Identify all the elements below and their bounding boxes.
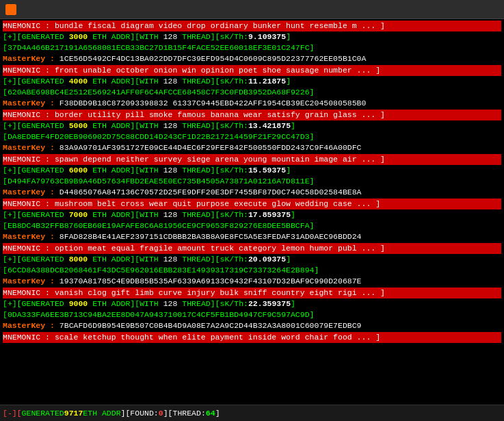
mnemonic-line-1: MNEMONIC : front unable october onion wi…: [3, 65, 501, 76]
status-suffix: ]: [215, 409, 220, 418]
mnemonic-line-7: MNEMONIC : scale ketchup thought when el…: [3, 332, 501, 343]
block-4: MNEMONIC : mushroom belt cross wear quit…: [3, 199, 501, 242]
addr-line-0: [37D4A466B217191A6568081ECB33BC27D1B15F4…: [3, 42, 501, 53]
generated-line-3: [+][GENERATED 6000 ETH ADDR][WITH 128 TH…: [3, 165, 501, 176]
status-bar: [-][ GENERATED 9717 ETH ADDR ][FOUND:0][…: [0, 405, 504, 421]
masterkey-line-4: MasterKey : 8FAD828B4E41AEF2397151CDBBB2…: [3, 231, 501, 242]
masterkey-line-6: MasterKey : 7BCAFD6D9B954E9B507C0B4B4D9A…: [3, 320, 501, 331]
status-scan-number: 9717: [64, 409, 83, 418]
mnemonic-line-0: MNEMONIC : bundle fiscal diagram video d…: [3, 21, 501, 31]
addr-line-3: [D494FA79763CB9B9A46D57634FBD2EAE5E0EC73…: [3, 176, 501, 187]
generated-line-4: [+][GENERATED 7000 ETH ADDR][WITH 128 TH…: [3, 209, 501, 220]
app-icon: [5, 4, 16, 15]
masterkey-line-5: MasterKey : 19370A81785C4E9DB85B535AF633…: [3, 276, 501, 287]
masterkey-line-1: MasterKey : F38DBD9B18C872093398832 6133…: [3, 98, 501, 109]
generated-line-5: [+][GENERATED 8000 ETH ADDR][WITH 128 TH…: [3, 254, 501, 265]
block-0: MNEMONIC : bundle fiscal diagram video d…: [3, 21, 501, 64]
generated-line-2: [+][GENERATED 5000 ETH ADDR][WITH 128 TH…: [3, 120, 501, 131]
addr-line-6: [0DA333FA6EE3B713C94BA2EE8D047A943710017…: [3, 309, 501, 320]
status-eth-label: ETH ADDR: [83, 409, 120, 418]
status-found-value: 0: [159, 409, 163, 418]
status-found-label: ][FOUND:: [121, 409, 159, 418]
masterkey-line-3: MasterKey : D44865076A847136C70572D25FE9…: [3, 187, 501, 198]
addr-line-1: [620ABE698BC4E2512E569241AFF0F6C4AFCCE68…: [3, 87, 501, 98]
mnemonic-line-4: MNEMONIC : mushroom belt cross wear quit…: [3, 199, 501, 209]
addr-line-2: [DA8EDBEF4FD20EB906902D75C88CDD14D243CF1…: [3, 131, 501, 142]
addr-line-4: [EB8DC4B32FFB8760EB60E19AFAFE8C6A81956CE…: [3, 220, 501, 231]
mnemonic-line-2: MNEMONIC : border utility pill smoke fam…: [3, 110, 501, 120]
block-5: MNEMONIC : option meat equal fragile amo…: [3, 243, 501, 287]
generated-line-0: [+][GENERATED 3000 ETH ADDR][WITH 128 TH…: [3, 31, 501, 42]
status-thread-label: ][THREAD:: [163, 409, 206, 418]
mnemonic-line-6: MNEMONIC : vanish clog gift limb curve i…: [3, 288, 501, 298]
title-bar: [0, 0, 504, 19]
status-generated-label: GENERATED: [22, 409, 64, 418]
block-1: MNEMONIC : front unable october onion wi…: [3, 65, 501, 109]
generated-line-1: [+][GENERATED 4000 ETH ADDR][WITH 128 TH…: [3, 76, 501, 87]
block-2: MNEMONIC : border utility pill smoke fam…: [3, 110, 501, 153]
masterkey-line-0: MasterKey : 1CE56D5492CF4DC13BA022DD7DFC…: [3, 53, 501, 64]
status-prefix: [-][: [3, 409, 22, 418]
mnemonic-line-3: MNEMONIC : spawn depend neither survey s…: [3, 154, 501, 165]
status-thread-value: 64: [206, 409, 215, 418]
block-6: MNEMONIC : vanish clog gift limb curve i…: [3, 288, 501, 331]
masterkey-line-2: MasterKey : 83A9A9701AF3951727E09CE44D4E…: [3, 142, 501, 153]
mnemonic-line-5: MNEMONIC : option meat equal fragile amo…: [3, 243, 501, 254]
main-content: MNEMONIC : bundle fiscal diagram video d…: [0, 19, 504, 405]
block-3: MNEMONIC : spawn depend neither survey s…: [3, 154, 501, 198]
generated-line-6: [+][GENERATED 9000 ETH ADDR][WITH 128 TH…: [3, 298, 501, 309]
block-7: MNEMONIC : scale ketchup thought when el…: [3, 332, 501, 343]
addr-line-5: [6CCD8A388DCB2068461F43DC5E962016EBB283E…: [3, 265, 501, 276]
